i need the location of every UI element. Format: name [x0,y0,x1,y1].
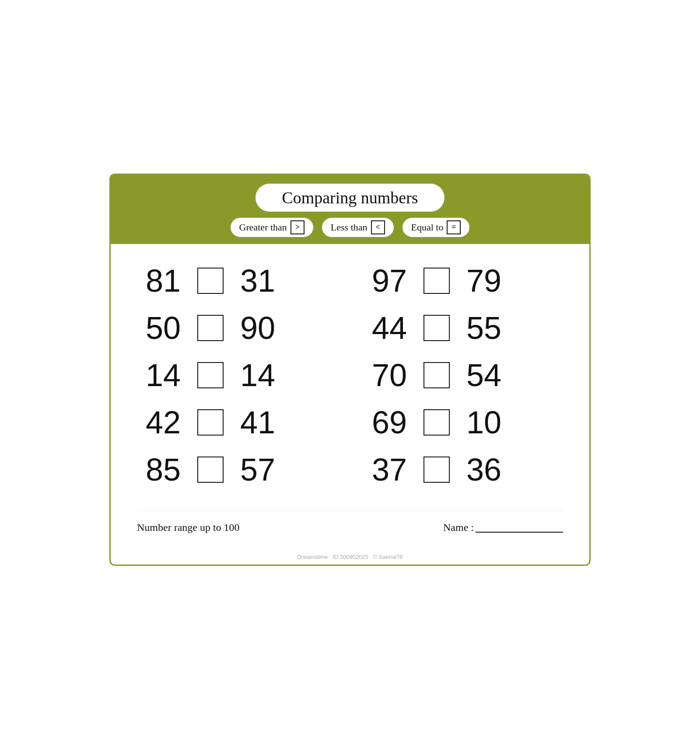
number-right: 90 [231,312,284,344]
name-field: Name : [443,520,563,533]
number-left: 70 [363,359,416,391]
watermark-id: ID 200902025 [332,554,368,560]
footer: Number range up to 100 Name : [137,511,563,533]
equal-to-symbol: = [447,220,461,234]
answer-box[interactable] [197,409,224,436]
legend-row: Greater than > Less than < Equal to = [231,218,470,237]
answer-box[interactable] [424,268,450,294]
problem-row: 50 90 [137,304,337,352]
header: Comparing numbers Greater than > Less th… [111,175,589,244]
number-left: 69 [363,407,416,438]
right-column: 97 79 44 55 70 54 69 10 [363,257,563,493]
less-than-symbol: < [371,220,385,234]
answer-box[interactable] [424,409,450,436]
problem-row: 42 41 [137,399,337,446]
problem-row: 69 10 [363,399,563,446]
number-right: 55 [458,312,510,344]
legend-less-than: Less than < [322,218,394,237]
number-left: 81 [137,265,189,296]
watermark-author: © Saenal78 [373,554,403,560]
answer-box[interactable] [197,268,224,294]
legend-equal-to-label: Equal to [411,222,444,233]
number-right: 10 [458,407,510,438]
problem-row: 44 55 [363,304,563,352]
number-right: 41 [231,407,284,438]
number-right: 31 [231,265,284,296]
problem-row: 37 36 [363,446,563,493]
greater-than-symbol: > [290,220,304,234]
answer-box[interactable] [424,457,450,483]
number-left: 14 [137,359,189,391]
number-right: 54 [458,359,510,391]
content: 81 31 50 90 14 14 42 41 [111,244,589,551]
number-left: 97 [363,265,416,296]
problem-row: 85 57 [137,446,337,493]
problem-row: 97 79 [363,257,563,304]
legend-equal-to: Equal to = [402,218,470,237]
answer-box[interactable] [197,362,224,388]
problem-row: 14 14 [137,352,337,399]
number-left: 85 [137,454,189,485]
worksheet: Comparing numbers Greater than > Less th… [109,174,591,566]
answer-box[interactable] [197,457,224,483]
number-left: 44 [363,312,416,344]
name-label: Name : [443,522,474,533]
legend-greater-than: Greater than > [231,218,313,237]
number-right: 79 [458,265,510,296]
worksheet-title: Comparing numbers [282,188,418,207]
title-box: Comparing numbers [256,184,444,212]
left-column: 81 31 50 90 14 14 42 41 [137,257,337,493]
watermark: Dreamstime ID 200902025 © Saenal78 [111,551,589,565]
number-right: 14 [231,359,284,391]
problems-grid: 81 31 50 90 14 14 42 41 [137,257,563,493]
number-right: 57 [231,454,284,485]
name-input-line[interactable] [476,520,563,533]
number-left: 42 [137,407,189,438]
number-left: 37 [363,454,416,485]
number-right: 36 [458,454,510,485]
problem-row: 70 54 [363,352,563,399]
answer-box[interactable] [197,315,224,341]
watermark-site: Dreamstime [297,554,328,560]
number-left: 50 [137,312,189,344]
answer-box[interactable] [424,362,450,388]
problem-row: 81 31 [137,257,337,304]
legend-greater-than-label: Greater than [239,222,287,233]
number-range-text: Number range up to 100 [137,522,240,533]
legend-less-than-label: Less than [331,222,368,233]
answer-box[interactable] [424,315,450,341]
